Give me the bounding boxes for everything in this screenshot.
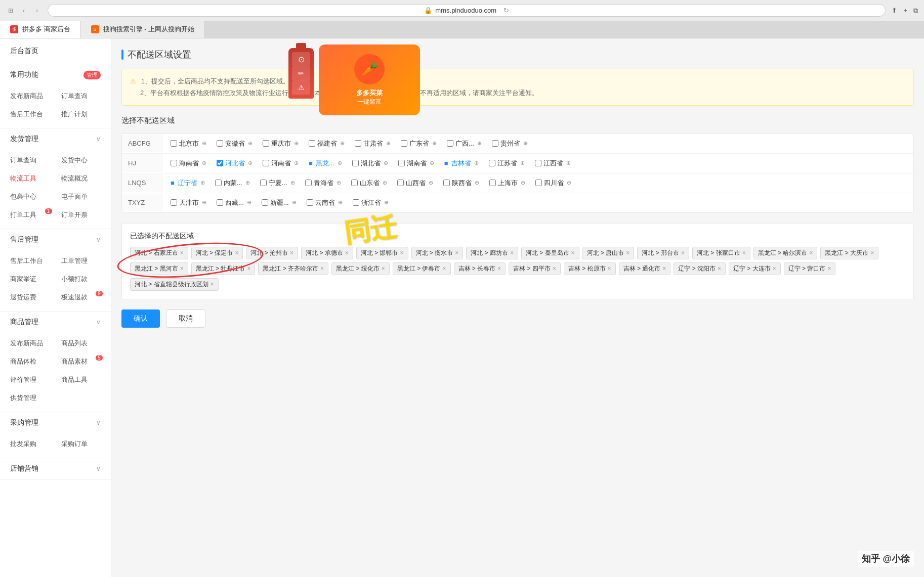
sidebar-item-aftersale-work[interactable]: 售后工作台: [5, 106, 55, 123]
tag-close-button[interactable]: ×: [742, 249, 746, 256]
tag-close-button[interactable]: ×: [608, 265, 611, 272]
window-button[interactable]: ⧉: [913, 7, 918, 15]
province-item-xizang[interactable]: 西藏...⊕: [213, 196, 256, 209]
tag-close-button[interactable]: ×: [247, 265, 250, 272]
expand-anhui[interactable]: ⊕: [248, 140, 253, 147]
sidebar-item-small-payment[interactable]: 小额打款: [56, 271, 106, 288]
tag-close-button[interactable]: ×: [400, 249, 404, 256]
tag-close-button[interactable]: ×: [718, 265, 721, 272]
province-item-neimenggu[interactable]: 内蒙...⊕: [211, 176, 254, 190]
checkbox-shandong[interactable]: [351, 180, 358, 186]
sidebar-item-order-query2[interactable]: 订单查询: [5, 152, 55, 169]
expand-sichuan[interactable]: ⊕: [567, 180, 571, 186]
sidebar-item-publish-product[interactable]: 发布新商品: [5, 335, 55, 352]
tab-sougou[interactable]: S 搜狗搜索引擎 - 上网从搜狗开始: [81, 21, 205, 38]
sidebar-item-package-center[interactable]: 包裹中心: [5, 188, 55, 205]
checkbox-hainan[interactable]: [171, 160, 177, 166]
province-item-hainan[interactable]: 海南省⊕: [166, 157, 211, 170]
expand-shaanxi[interactable]: ⊕: [475, 180, 479, 186]
refresh-icon[interactable]: ↻: [503, 7, 509, 14]
checkbox-sichuan[interactable]: [535, 180, 542, 186]
tag-close-button[interactable]: ×: [626, 249, 629, 256]
province-item-shanxi[interactable]: 山西省⊕: [393, 176, 437, 190]
province-item-hunan[interactable]: 湖南省⊕: [394, 157, 438, 170]
sidebar-item-publish-new[interactable]: 发布新商品: [5, 87, 55, 105]
checkbox-qinghai[interactable]: [305, 180, 312, 186]
checkbox-henan[interactable]: [263, 160, 269, 166]
checkbox-anhui[interactable]: [217, 140, 223, 147]
expand-qinghai[interactable]: ⊕: [337, 180, 341, 186]
province-item-jilin[interactable]: ■吉林省⊕: [440, 157, 483, 170]
checkbox-jiangxi[interactable]: [535, 160, 541, 166]
checkbox-hunan[interactable]: [398, 160, 405, 166]
forward-button[interactable]: ›: [32, 6, 41, 15]
checkbox-guangxi[interactable]: [447, 140, 453, 147]
add-tab-button[interactable]: +: [903, 7, 907, 15]
province-item-yunnan[interactable]: 云南省⊕: [303, 196, 347, 209]
tag-close-button[interactable]: ×: [773, 265, 776, 272]
expand-jiangxi[interactable]: ⊕: [566, 160, 571, 166]
expand-tianjin[interactable]: ⊕: [202, 199, 206, 206]
sidebar-item-aftersale-workbench[interactable]: 售后工作台: [5, 252, 55, 270]
province-item-tianjin[interactable]: 天津市⊕: [166, 196, 211, 209]
checkbox-ningxia[interactable]: [260, 180, 267, 186]
province-item-guangxi[interactable]: 广西...⊕: [443, 137, 486, 150]
tag-close-button[interactable]: ×: [510, 249, 514, 256]
checkbox-shaanxi[interactable]: [443, 180, 450, 186]
sidebar-item-order-query[interactable]: 订单查询: [56, 87, 106, 105]
checkbox-shanxi[interactable]: [397, 180, 404, 186]
expand-beijing[interactable]: ⊕: [202, 140, 206, 147]
checkbox-zhejiang[interactable]: [353, 199, 359, 206]
tag-close-button[interactable]: ×: [180, 249, 184, 256]
province-item-shanghai[interactable]: 上海市⊕: [485, 176, 529, 190]
expand-hunan[interactable]: ⊕: [430, 160, 434, 166]
expand-gansu[interactable]: ⊕: [386, 140, 391, 147]
sidebar-item-logistics-overview[interactable]: 物流概况: [56, 170, 106, 187]
sidebar-item-product-list[interactable]: 商品列表: [56, 335, 106, 352]
province-item-heilongjiang[interactable]: ■黑龙...⊕: [305, 157, 346, 170]
back-button[interactable]: ‹: [19, 6, 28, 15]
province-item-guizhou[interactable]: 贵州省⊕: [488, 137, 532, 150]
sidebar-item-batch-purchase[interactable]: 批发采购: [5, 435, 55, 453]
checkbox-beijing[interactable]: [171, 140, 177, 147]
tag-close-button[interactable]: ×: [290, 249, 293, 256]
checkbox-hebei[interactable]: [217, 160, 223, 166]
expand-hebei[interactable]: ⊕: [248, 160, 253, 166]
tag-close-button[interactable]: ×: [681, 249, 685, 256]
sidebar-item-e-waybill[interactable]: 电子面单: [56, 188, 106, 205]
province-item-hebei[interactable]: 河北省⊕: [213, 157, 257, 170]
expand-neimenggu[interactable]: ⊕: [245, 180, 250, 186]
tag-close-button[interactable]: ×: [497, 265, 501, 272]
sidebar-item-shipping-center[interactable]: 发货中心: [56, 152, 106, 169]
province-item-zhejiang[interactable]: 浙江省⊕: [349, 196, 393, 209]
checkbox-tianjin[interactable]: [171, 199, 177, 206]
sidebar-item-product-material[interactable]: 商品素材5: [56, 353, 106, 370]
expand-zhejiang[interactable]: ⊕: [384, 199, 389, 206]
tag-close-button[interactable]: ×: [345, 249, 349, 256]
address-bar[interactable]: 🔒 mms.pinduoduo.com ↻: [48, 4, 886, 17]
expand-ningxia[interactable]: ⊕: [290, 180, 295, 186]
expand-liaoning[interactable]: ⊕: [200, 180, 205, 186]
tag-close-button[interactable]: ×: [235, 249, 238, 256]
province-item-ningxia[interactable]: 宁夏...⊕: [256, 176, 299, 190]
checkbox-guangdong[interactable]: [401, 140, 407, 147]
sidebar-item-product-check[interactable]: 商品体检: [5, 353, 55, 370]
checkbox-gansu[interactable]: [355, 140, 361, 147]
expand-jiangsu[interactable]: ⊕: [520, 160, 525, 166]
sidebar-item-fast-refund[interactable]: 极速退款9: [56, 289, 106, 306]
province-item-qinghai[interactable]: 青海省⊕: [301, 176, 345, 190]
province-item-liaoning[interactable]: ■辽宁省⊕: [166, 176, 209, 190]
tag-close-button[interactable]: ×: [870, 249, 874, 256]
expand-guizhou[interactable]: ⊕: [523, 140, 528, 147]
tab-pdd[interactable]: 多 拼多多 商家后台: [0, 21, 81, 38]
tag-close-button[interactable]: ×: [320, 265, 324, 272]
sidebar-item-supply-manage[interactable]: 供货管理: [5, 389, 55, 407]
tag-close-button[interactable]: ×: [571, 249, 575, 256]
expand-hubei[interactable]: ⊕: [384, 160, 388, 166]
expand-shandong[interactable]: ⊕: [383, 180, 387, 186]
tag-close-button[interactable]: ×: [455, 249, 458, 256]
expand-guangdong[interactable]: ⊕: [432, 140, 437, 147]
sidebar-item-work-order[interactable]: 工单管理: [56, 252, 106, 270]
sidebar-item-merchant-cert[interactable]: 商家举证: [5, 271, 55, 288]
province-item-shandong[interactable]: 山东省⊕: [347, 176, 391, 190]
